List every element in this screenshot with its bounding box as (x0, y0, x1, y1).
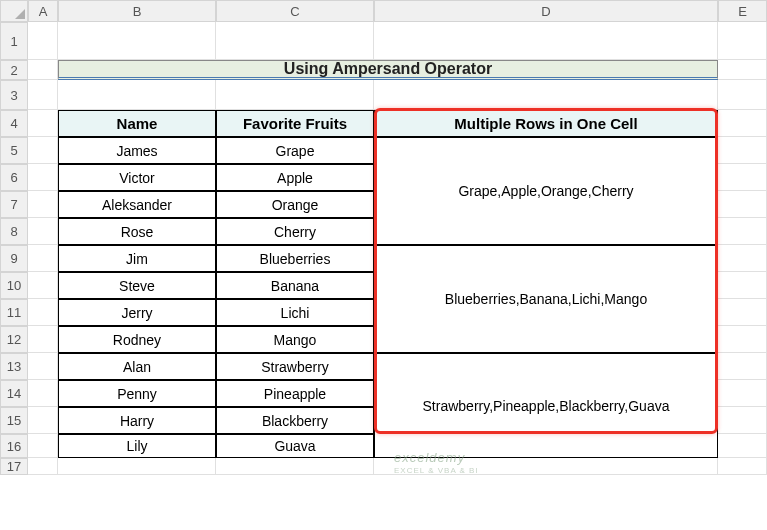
header-name[interactable]: Name (58, 110, 216, 137)
cell-A16[interactable] (28, 434, 58, 458)
row-header-3[interactable]: 3 (0, 80, 28, 110)
cell-fruit-1[interactable]: Apple (216, 164, 374, 191)
cell-E6[interactable] (718, 164, 767, 191)
cell-A9[interactable] (28, 245, 58, 272)
cell-name-6[interactable]: Jerry (58, 299, 216, 326)
cell-A17[interactable] (28, 458, 58, 475)
col-header-B[interactable]: B (58, 0, 216, 22)
cell-A3[interactable] (28, 80, 58, 110)
col-header-E[interactable]: E (718, 0, 767, 22)
row-header-17[interactable]: 17 (0, 458, 28, 475)
cell-E2[interactable] (718, 60, 767, 80)
cell-E12[interactable] (718, 326, 767, 353)
cell-A10[interactable] (28, 272, 58, 299)
row-header-1[interactable]: 1 (0, 22, 28, 60)
header-multi[interactable]: Multiple Rows in One Cell (374, 110, 718, 137)
cell-E11[interactable] (718, 299, 767, 326)
row-header-5[interactable]: 5 (0, 137, 28, 164)
cell-name-0[interactable]: James (58, 137, 216, 164)
row-header-8[interactable]: 8 (0, 218, 28, 245)
cell-name-2[interactable]: Aleksander (58, 191, 216, 218)
cell-A4[interactable] (28, 110, 58, 137)
cell-fruit-6[interactable]: Lichi (216, 299, 374, 326)
cell-A2[interactable] (28, 60, 58, 80)
cell-A8[interactable] (28, 218, 58, 245)
col-header-C[interactable]: C (216, 0, 374, 22)
cell-C3[interactable] (216, 80, 374, 110)
row-header-7[interactable]: 7 (0, 191, 28, 218)
spreadsheet-grid: A B C D E 1 2 Using Ampersand Operator 3… (0, 0, 767, 475)
row-header-16[interactable]: 16 (0, 434, 28, 458)
cell-fruit-9[interactable]: Pineapple (216, 380, 374, 407)
row-header-4[interactable]: 4 (0, 110, 28, 137)
cell-fruit-4[interactable]: Blueberries (216, 245, 374, 272)
cell-B3[interactable] (58, 80, 216, 110)
cell-fruit-2[interactable]: Orange (216, 191, 374, 218)
row-header-15[interactable]: 15 (0, 407, 28, 434)
cell-E7[interactable] (718, 191, 767, 218)
cell-fruit-10[interactable]: Blackberry (216, 407, 374, 434)
cell-B1[interactable] (58, 22, 216, 60)
cell-D3[interactable] (374, 80, 718, 110)
cell-C17[interactable] (216, 458, 374, 475)
cell-A1[interactable] (28, 22, 58, 60)
cell-E1[interactable] (718, 22, 767, 60)
row-header-2[interactable]: 2 (0, 60, 28, 80)
cell-A14[interactable] (28, 380, 58, 407)
watermark-main: exceldemy (394, 450, 465, 465)
select-all-corner[interactable] (0, 0, 28, 22)
row-header-12[interactable]: 12 (0, 326, 28, 353)
watermark-sub: EXCEL & VBA & BI (394, 466, 479, 475)
cell-A12[interactable] (28, 326, 58, 353)
cell-name-10[interactable]: Harry (58, 407, 216, 434)
cell-E13[interactable] (718, 353, 767, 380)
cell-name-8[interactable]: Alan (58, 353, 216, 380)
header-fruits[interactable]: Favorite Fruits (216, 110, 374, 137)
cell-E15[interactable] (718, 407, 767, 434)
row-header-11[interactable]: 11 (0, 299, 28, 326)
cell-E4[interactable] (718, 110, 767, 137)
row-header-10[interactable]: 10 (0, 272, 28, 299)
cell-fruit-7[interactable]: Mango (216, 326, 374, 353)
cell-B17[interactable] (58, 458, 216, 475)
col-header-D[interactable]: D (374, 0, 718, 22)
cell-A6[interactable] (28, 164, 58, 191)
cell-E14[interactable] (718, 380, 767, 407)
col-header-A[interactable]: A (28, 0, 58, 22)
cell-E16[interactable] (718, 434, 767, 458)
cell-A15[interactable] (28, 407, 58, 434)
cell-C1[interactable] (216, 22, 374, 60)
cell-E3[interactable] (718, 80, 767, 110)
cell-name-11[interactable]: Lily (58, 434, 216, 458)
cell-fruit-0[interactable]: Grape (216, 137, 374, 164)
merged-result-2[interactable]: Strawberry,Pineapple,Blackberry,Guava (374, 353, 718, 458)
row-header-9[interactable]: 9 (0, 245, 28, 272)
cell-name-5[interactable]: Steve (58, 272, 216, 299)
cell-name-1[interactable]: Victor (58, 164, 216, 191)
cell-D1[interactable] (374, 22, 718, 60)
cell-name-3[interactable]: Rose (58, 218, 216, 245)
cell-A7[interactable] (28, 191, 58, 218)
cell-A13[interactable] (28, 353, 58, 380)
cell-fruit-5[interactable]: Banana (216, 272, 374, 299)
cell-E10[interactable] (718, 272, 767, 299)
cell-E5[interactable] (718, 137, 767, 164)
cell-name-7[interactable]: Rodney (58, 326, 216, 353)
title-cell[interactable]: Using Ampersand Operator (58, 60, 718, 80)
row-header-14[interactable]: 14 (0, 380, 28, 407)
cell-A11[interactable] (28, 299, 58, 326)
row-header-13[interactable]: 13 (0, 353, 28, 380)
cell-E17[interactable] (718, 458, 767, 475)
merged-result-1[interactable]: Blueberries,Banana,Lichi,Mango (374, 245, 718, 353)
merged-result-0[interactable]: Grape,Apple,Orange,Cherry (374, 137, 718, 245)
cell-fruit-8[interactable]: Strawberry (216, 353, 374, 380)
cell-name-9[interactable]: Penny (58, 380, 216, 407)
cell-name-4[interactable]: Jim (58, 245, 216, 272)
cell-A5[interactable] (28, 137, 58, 164)
cell-fruit-11[interactable]: Guava (216, 434, 374, 458)
cell-E9[interactable] (718, 245, 767, 272)
row-header-6[interactable]: 6 (0, 164, 28, 191)
cell-fruit-3[interactable]: Cherry (216, 218, 374, 245)
cell-E8[interactable] (718, 218, 767, 245)
